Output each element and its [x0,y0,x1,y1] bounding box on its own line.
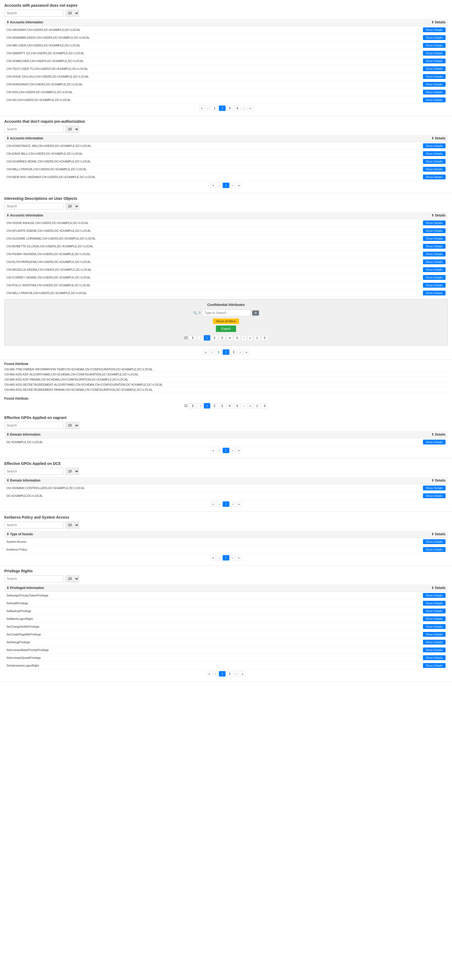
conf-next[interactable]: › [241,335,246,340]
conf-search-input[interactable] [202,309,251,317]
show-details-button[interactable]: Show Details [423,593,446,598]
no-preauth-col-details[interactable]: ⇕ Details [415,135,448,142]
gpo-dc-prev[interactable]: ‹ [217,501,222,507]
show-details-button[interactable]: Show Details [423,539,446,544]
show-details-button[interactable]: Show Details [423,43,446,48]
kerberos-first[interactable]: « [211,555,216,560]
show-details-button[interactable]: Show Details [423,244,446,249]
show-details-button[interactable]: Show Details [423,609,446,613]
found-attr-2-perpage[interactable] [189,403,197,408]
gpo-dc-col-details[interactable]: ⇕ Details [415,477,448,484]
interesting-desc-last[interactable]: » [244,349,249,355]
gpo-dc-p1[interactable]: 1 [223,501,229,507]
kerberos-per-page[interactable]: 102550 [65,522,79,528]
kerberos-last[interactable]: » [236,555,241,560]
privilege-p1[interactable]: 1 [219,671,225,676]
found-attr-2-last-page[interactable]: 5 [261,403,268,409]
show-details-button[interactable]: Show Details [423,259,446,264]
no-preauth-next[interactable]: › [230,183,235,188]
show-details-button[interactable]: Show Details [423,97,446,102]
show-details-button[interactable]: Show Details [423,175,446,180]
show-details-button[interactable]: Show Details [423,640,446,644]
found-attr-2-p1[interactable]: 1 [204,403,210,409]
kerberos-prev[interactable]: ‹ [217,555,222,560]
conf-p1[interactable]: 1 [204,335,210,340]
interesting-desc-p3[interactable]: 3 [230,349,237,355]
show-details-button[interactable]: Show Details [423,167,446,172]
show-details-button[interactable]: Show Details [423,624,446,629]
show-details-button[interactable]: Show Details [423,221,446,225]
kerberos-p1[interactable]: 1 [223,555,229,560]
gpo-vagrant-first[interactable]: « [211,448,216,453]
kerberos-search[interactable] [4,522,64,528]
show-details-button[interactable]: Show Details [423,151,446,156]
no-expire-next[interactable]: › [242,105,247,111]
no-expire-p3[interactable]: 3 [227,105,233,111]
gpo-dc-search[interactable] [4,468,64,475]
show-details-button[interactable]: Show Details [423,291,446,296]
show-details-button[interactable]: Show Details [423,251,446,256]
show-details-button[interactable]: Show Details [423,59,446,64]
no-preauth-prev[interactable]: ‹ [217,183,222,188]
found-attr-2-p5[interactable]: 5 [234,403,240,409]
show-details-button[interactable]: Show Details [423,601,446,606]
show-details-button[interactable]: Show Details [423,663,446,668]
found-attr-2-p4[interactable]: 4 [227,403,233,409]
gpo-vagrant-prev[interactable]: ‹ [217,448,222,453]
conf-p2[interactable]: 2 [211,335,218,340]
no-preauth-search[interactable] [4,126,64,133]
found-attr-2-p2[interactable]: 2 [211,403,218,409]
show-details-button[interactable]: Show Details [423,648,446,652]
no-expire-col-details[interactable]: ⇕ Details [415,19,448,26]
no-expire-first[interactable]: « [199,105,204,111]
no-expire-p1[interactable]: 1 [211,105,218,111]
interesting-desc-prev[interactable]: ‹ [209,349,214,355]
no-expire-last[interactable]: » [248,105,253,111]
show-details-button[interactable]: Show Details [423,275,446,280]
show-details-button[interactable]: Show Details [423,493,446,498]
gpo-dc-next[interactable]: › [230,501,235,507]
no-expire-per-page[interactable]: 102550 [65,10,79,17]
reset-filters-btn[interactable]: Reset all filters [213,318,239,324]
gpo-vagrant-last[interactable]: » [236,448,241,453]
conf-first-page[interactable]: 1 [254,335,260,340]
gpo-vagrant-col-info[interactable]: ⇕ Domain Information [4,431,415,438]
gpo-vagrant-p1[interactable]: 1 [223,448,229,453]
no-preauth-first[interactable]: « [211,183,216,188]
privilege-next[interactable]: › [234,671,239,676]
show-details-button[interactable]: Show Details [423,228,446,233]
found-attr-2-prev[interactable]: ‹ [198,403,203,409]
privilege-per-page[interactable]: 102550 [65,575,79,582]
show-details-button[interactable]: Show Details [423,74,446,79]
privilege-col-info[interactable]: ⇕ Privileged Information [4,584,415,592]
show-details-button[interactable]: Show Details [423,27,446,32]
show-details-button[interactable]: Show Details [423,267,446,272]
gpo-dc-per-page[interactable]: 102550 [65,468,79,475]
interesting-desc-first[interactable]: « [203,349,208,355]
show-details-button[interactable]: Show Details [423,485,446,490]
kerberos-col-info[interactable]: ⇕ Type of founds [4,531,415,538]
conf-prev[interactable]: ‹ [198,335,203,340]
show-details-button[interactable]: Show Details [423,82,446,87]
export-btn[interactable]: Export [216,326,236,332]
interesting-desc-per-page[interactable]: 102550 [65,203,79,210]
interesting-desc-col-details[interactable]: ⇕ Details [415,212,448,219]
gpo-vagrant-next[interactable]: › [230,448,235,453]
privilege-prev[interactable]: ‹ [213,671,218,676]
show-details-button[interactable]: Show Details [423,440,446,444]
no-expire-search[interactable] [4,10,64,17]
show-details-button[interactable]: Show Details [423,51,446,56]
privilege-col-details[interactable]: ⇕ Details [415,584,448,592]
show-details-button[interactable]: Show Details [423,90,446,94]
no-preauth-p1[interactable]: 1 [223,183,229,188]
show-details-button[interactable]: Show Details [423,632,446,637]
privilege-search[interactable] [4,575,64,582]
conf-p5[interactable]: 5 [234,335,240,340]
no-preauth-col-info[interactable]: ⇕ Accounts Information [4,135,415,142]
interesting-desc-col-info[interactable]: ⇕ Accounts Information [4,212,415,219]
privilege-last[interactable]: » [240,671,245,676]
interesting-desc-p1[interactable]: 1 [215,349,222,355]
show-details-button[interactable]: Show Details [423,236,446,241]
no-preauth-per-page[interactable]: 102550 [65,126,79,133]
show-details-button[interactable]: Show Details [423,283,446,288]
